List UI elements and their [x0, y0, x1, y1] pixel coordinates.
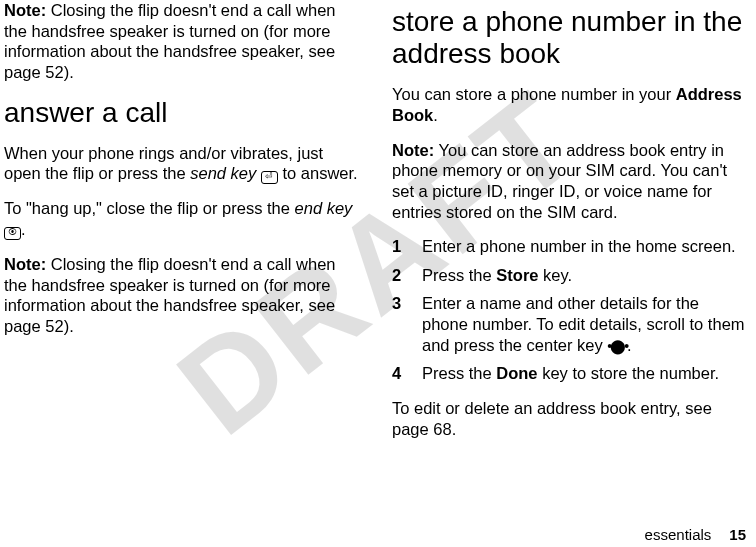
- step-4: 4Press the Done key to store the number.: [392, 363, 748, 384]
- t: Press the: [422, 266, 496, 284]
- t: You can store a phone number in your: [392, 85, 676, 103]
- t: .: [433, 106, 438, 124]
- t: .: [627, 336, 632, 354]
- t: To "hang up," close the flip or press th…: [4, 199, 295, 217]
- note-sim: Note: You can store an address book entr…: [392, 140, 748, 223]
- note-text: You can store an address book entry in p…: [392, 141, 727, 221]
- end-key-icon: [4, 227, 21, 240]
- note-flip-2: Note: Closing the flip doesn't end a cal…: [4, 254, 360, 337]
- step-2: 2Press the Store key.: [392, 265, 748, 286]
- page-footer: essentials15: [645, 526, 746, 543]
- t: key.: [538, 266, 572, 284]
- store-key-label: Store: [496, 266, 538, 284]
- steps-list: 1Enter a phone number in the home screen…: [392, 236, 748, 384]
- t: Enter a name and other details for the p…: [422, 294, 745, 353]
- note-text: Closing the flip doesn't end a call when…: [4, 255, 336, 335]
- step-num: 3: [392, 293, 406, 355]
- step-num: 1: [392, 236, 406, 257]
- t: .: [21, 220, 26, 238]
- send-key-icon: [261, 171, 278, 184]
- step-text: Press the Done key to store the number.: [422, 363, 748, 384]
- p-intro: You can store a phone number in your Add…: [392, 84, 748, 125]
- end-key-label: end key: [295, 199, 353, 217]
- step-text: Press the Store key.: [422, 265, 748, 286]
- step-text: Enter a name and other details for the p…: [422, 293, 748, 355]
- step-3: 3Enter a name and other details for the …: [392, 293, 748, 355]
- footer-section: essentials: [645, 526, 712, 543]
- t: key to store the number.: [538, 364, 720, 382]
- note-label: Note:: [392, 141, 434, 159]
- footer-page-number: 15: [729, 526, 746, 543]
- done-key-label: Done: [496, 364, 537, 382]
- t: Press the: [422, 364, 496, 382]
- left-column: Note: Closing the flip doesn't end a cal…: [4, 0, 360, 453]
- step-1: 1Enter a phone number in the home screen…: [392, 236, 748, 257]
- note-text: Closing the flip doesn't end a call when…: [4, 1, 336, 81]
- note-flip-1: Note: Closing the flip doesn't end a cal…: [4, 0, 360, 83]
- step-text: Enter a phone number in the home screen.: [422, 236, 748, 257]
- note-label: Note:: [4, 255, 46, 273]
- p-edit-delete: To edit or delete an address book entry,…: [392, 398, 748, 439]
- note-label: Note:: [4, 1, 46, 19]
- heading-store-number: store a phone number in the address book: [392, 6, 748, 70]
- p-hangup: To "hang up," close the flip or press th…: [4, 198, 360, 240]
- right-column: store a phone number in the address book…: [392, 0, 748, 453]
- step-num: 4: [392, 363, 406, 384]
- heading-answer-call: answer a call: [4, 97, 360, 129]
- p-answer: When your phone rings and/or vibrates, j…: [4, 143, 360, 185]
- center-key-icon: •⬤•: [607, 338, 627, 354]
- send-key-label: send key: [190, 164, 256, 182]
- step-num: 2: [392, 265, 406, 286]
- t: to answer.: [278, 164, 358, 182]
